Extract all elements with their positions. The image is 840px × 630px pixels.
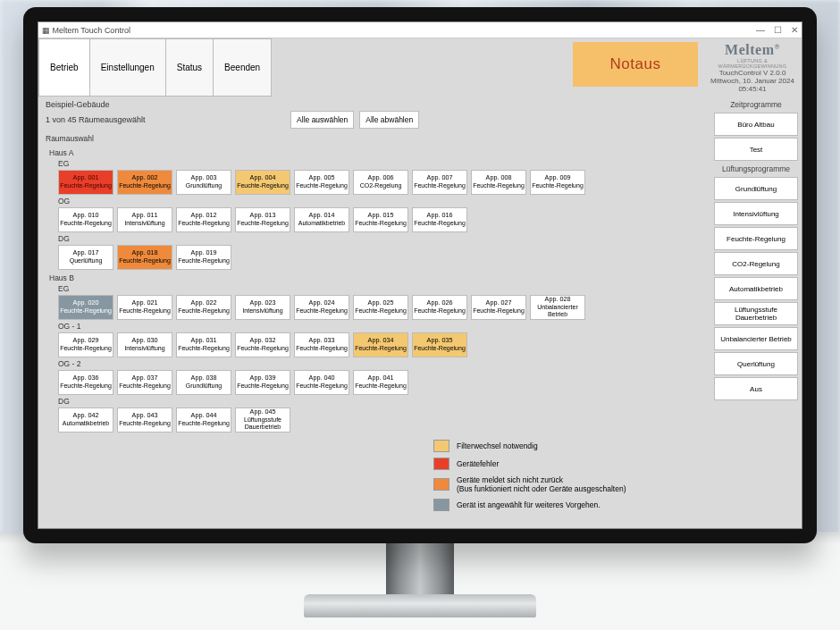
room-tile[interactable]: App. 045Lüftungsstufe Dauerbetrieb xyxy=(235,407,290,433)
deselect-all-button[interactable]: Alle abwählen xyxy=(359,111,419,129)
lueftungsprogramm-button[interactable]: CO2-Regelung xyxy=(714,252,798,275)
legend-label-offline: Geräte meldet sich nicht zurück(Bus funk… xyxy=(457,475,626,493)
lueftungsprogramm-button[interactable]: Grundlüftung xyxy=(714,177,798,200)
room-mode: Feuchte-Regelung xyxy=(355,307,407,315)
room-id: App. 016 xyxy=(427,212,453,220)
room-tile[interactable]: App. 041Feuchte-Regelung xyxy=(353,370,408,395)
room-tile[interactable]: App. 026Feuchte-Regelung xyxy=(412,295,467,320)
room-mode: Intensivlüftung xyxy=(124,345,164,352)
room-tile[interactable]: App. 015Feuchte-Regelung xyxy=(353,207,408,232)
lueftungsprogramm-button[interactable]: Aus xyxy=(714,377,798,400)
room-tile[interactable]: App. 005Feuchte-Regelung xyxy=(294,170,349,195)
window-maximize-button[interactable]: ☐ xyxy=(774,25,782,35)
lueftungsprogramm-button[interactable]: Lüftungsstufe Dauerbetrieb xyxy=(714,302,798,325)
room-tile[interactable]: App. 024Feuchte-Regelung xyxy=(294,295,349,320)
room-tile[interactable]: App. 010Feuchte-Regelung xyxy=(58,207,113,232)
legend-swatch-offline xyxy=(433,478,449,491)
emergency-stop-button[interactable]: Notaus xyxy=(573,42,698,87)
room-tile[interactable]: App. 040Feuchte-Regelung xyxy=(294,370,349,395)
room-tile[interactable]: App. 004Feuchte-Regelung xyxy=(235,170,290,195)
room-tile[interactable]: App. 002Feuchte-Regelung xyxy=(117,170,172,195)
lueftungsprogramm-button[interactable]: Querlüftung xyxy=(714,352,798,375)
room-id: App. 023 xyxy=(250,299,276,307)
room-mode: Feuchte-Regelung xyxy=(414,345,466,352)
room-row: App. 036Feuchte-RegelungApp. 037Feuchte-… xyxy=(58,370,705,395)
menu-item-betrieb[interactable]: Betrieb xyxy=(38,38,89,97)
room-tile[interactable]: App. 039Feuchte-Regelung xyxy=(235,370,290,395)
room-mode: Feuchte-Regelung xyxy=(119,307,171,315)
menu-item-einstellungen[interactable]: Einstellungen xyxy=(89,38,165,97)
room-tile[interactable]: App. 018Feuchte-Regelung xyxy=(117,245,172,270)
room-tile[interactable]: App. 033Feuchte-Regelung xyxy=(294,332,349,357)
monitor-stand-neck xyxy=(386,541,454,601)
room-tile[interactable]: App. 009Feuchte-Regelung xyxy=(530,170,585,195)
room-mode: Feuchte-Regelung xyxy=(60,307,112,315)
menu-item-status[interactable]: Status xyxy=(165,38,213,97)
room-tile[interactable]: App. 028Unbalancierter Betrieb xyxy=(530,295,585,320)
room-tile[interactable]: App. 014Automatikbetrieb xyxy=(294,207,349,232)
room-tile[interactable]: App. 031Feuchte-Regelung xyxy=(176,332,231,357)
room-tile[interactable]: App. 006CO2-Regelung xyxy=(353,170,408,195)
select-all-button[interactable]: Alle auswählen xyxy=(290,111,354,129)
room-tile[interactable]: App. 023Intensivlüftung xyxy=(235,295,290,320)
menu-item-beenden[interactable]: Beenden xyxy=(213,38,272,97)
room-mode: Feuchte-Regelung xyxy=(178,307,230,315)
program-sidebar: Zeitprogramme Büro AltbauTest Lüftungspr… xyxy=(712,97,802,528)
zeitprogramm-button[interactable]: Büro Altbau xyxy=(714,113,798,136)
room-tile[interactable]: App. 019Feuchte-Regelung xyxy=(176,245,231,270)
room-tile[interactable]: App. 035Feuchte-Regelung xyxy=(412,332,467,357)
room-id: App. 020 xyxy=(73,299,99,307)
room-mode: Feuchte-Regelung xyxy=(296,182,348,189)
room-mode: Intensivlüftung xyxy=(124,220,164,227)
room-tile[interactable]: App. 034Feuchte-Regelung xyxy=(353,332,408,357)
room-tile[interactable]: App. 008Feuchte-Regelung xyxy=(471,170,526,195)
selection-count: 1 von 45 Räumeausgewählt xyxy=(46,115,146,124)
room-mode: Feuchte-Regelung xyxy=(60,220,112,227)
room-row: App. 010Feuchte-RegelungApp. 011Intensiv… xyxy=(58,207,705,232)
room-mode: Feuchte-Regelung xyxy=(119,382,171,390)
room-id: App. 006 xyxy=(368,174,394,182)
room-id: App. 004 xyxy=(250,174,276,182)
room-id: App. 038 xyxy=(191,374,217,382)
window-close-button[interactable]: ✕ xyxy=(791,25,798,35)
room-tile[interactable]: App. 043Feuchte-Regelung xyxy=(117,407,172,433)
room-row: App. 020Feuchte-RegelungApp. 021Feuchte-… xyxy=(58,295,705,320)
room-mode: Feuchte-Regelung xyxy=(355,345,407,352)
room-tile[interactable]: App. 027Feuchte-Regelung xyxy=(471,295,526,320)
room-tile[interactable]: App. 020Feuchte-Regelung xyxy=(58,295,113,320)
room-id: App. 041 xyxy=(368,374,394,382)
zeitprogramm-button[interactable]: Test xyxy=(714,138,798,161)
building-name: Beispiel-Gebäude xyxy=(46,100,705,109)
room-tile[interactable]: App. 036Feuchte-Regelung xyxy=(58,370,113,395)
room-tile[interactable]: App. 029Feuchte-Regelung xyxy=(58,332,113,357)
room-id: App. 009 xyxy=(545,174,571,182)
lueftungsprogramm-button[interactable]: Automatikbetrieb xyxy=(714,277,798,300)
room-tile[interactable]: App. 011Intensivlüftung xyxy=(117,207,172,232)
room-id: App. 044 xyxy=(191,412,217,420)
room-tile[interactable]: App. 030Intensivlüftung xyxy=(117,332,172,357)
room-tile[interactable]: App. 001Feuchte-Regelung xyxy=(58,170,113,195)
room-tile[interactable]: App. 012Feuchte-Regelung xyxy=(176,207,231,232)
room-tile[interactable]: App. 044Feuchte-Regelung xyxy=(176,407,231,433)
room-tile[interactable]: App. 025Feuchte-Regelung xyxy=(353,295,408,320)
lueftungsprogramm-button[interactable]: Feuchte-Regelung xyxy=(714,227,798,250)
lueftungsprogramm-button[interactable]: Intensivlüftung xyxy=(714,202,798,225)
legend-label-selected: Gerät ist angewählt für weiteres Vorgehe… xyxy=(457,500,601,509)
room-tile[interactable]: App. 016Feuchte-Regelung xyxy=(412,207,467,232)
room-tile[interactable]: App. 038Grundlüftung xyxy=(176,370,231,395)
room-tile[interactable]: App. 017Querlüftung xyxy=(58,245,113,270)
room-tile[interactable]: App. 003Grundlüftung xyxy=(176,170,231,195)
room-tile[interactable]: App. 007Feuchte-Regelung xyxy=(412,170,467,195)
window-minimize-button[interactable]: — xyxy=(756,25,765,35)
room-tile[interactable]: App. 021Feuchte-Regelung xyxy=(117,295,172,320)
brand-tagline: LÜFTUNG & WÄRMERÜCKGEWINNUNG xyxy=(705,58,800,69)
lueftungsprogramm-button[interactable]: Unbalancierter Betrieb xyxy=(714,327,798,350)
room-id: App. 017 xyxy=(73,249,99,257)
room-tile[interactable]: App. 022Feuchte-Regelung xyxy=(176,295,231,320)
room-tile[interactable]: App. 032Feuchte-Regelung xyxy=(235,332,290,357)
room-mode: Unbalancierter Betrieb xyxy=(532,304,584,319)
room-id: App. 042 xyxy=(73,412,99,420)
room-tile[interactable]: App. 037Feuchte-Regelung xyxy=(117,370,172,395)
room-tile[interactable]: App. 013Feuchte-Regelung xyxy=(235,207,290,232)
room-tile[interactable]: App. 042Automatikbetrieb xyxy=(58,407,113,433)
